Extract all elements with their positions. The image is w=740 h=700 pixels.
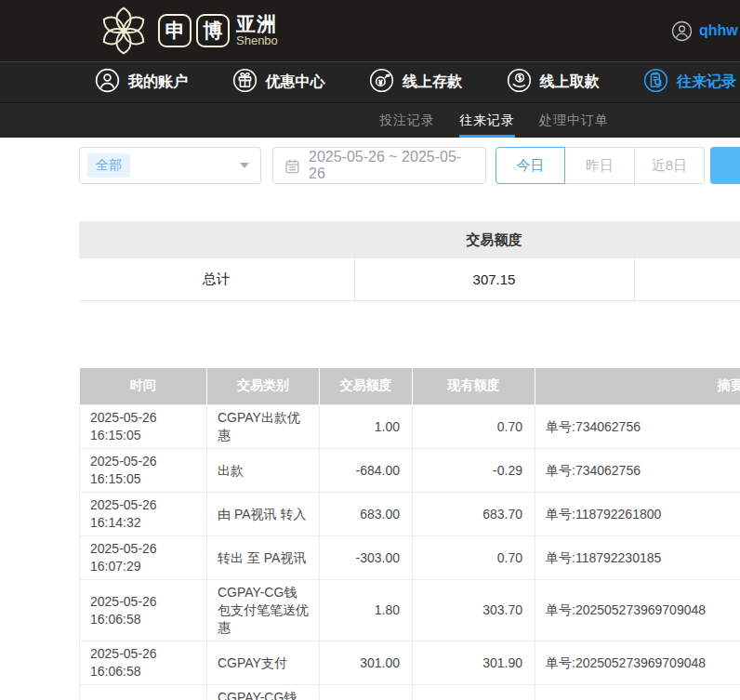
selected-type-chip: 全部	[87, 153, 130, 178]
cell-type: CGPAY-CG钱包支付笔笔送优惠	[207, 685, 320, 700]
cell-type: 出款	[207, 449, 320, 493]
logo-char-bo: 博	[196, 14, 230, 47]
cell-summary: 单号:202505273969598421	[535, 685, 740, 700]
cell-summary: 单号:202505273969709048	[535, 580, 740, 641]
deposit-hand-icon	[369, 68, 394, 97]
cell-type: 由 PA视讯 转入	[207, 493, 320, 536]
cell-time: 2025-05-26 16:06:58	[80, 641, 207, 685]
cell-amount: -303.00	[320, 536, 413, 580]
user-icon	[95, 68, 120, 97]
column-header: 摘要	[535, 368, 740, 405]
nav-item-transaction-records[interactable]: 往来记录	[643, 68, 736, 97]
summary-column-header: 交易额度	[354, 221, 634, 258]
tab-betting-records[interactable]: 投注记录	[379, 103, 435, 138]
nav-item-label: 线上存款	[403, 73, 462, 92]
nav-item-promotions[interactable]: 优惠中心	[232, 68, 325, 97]
range-button-yesterday[interactable]: 昨日	[565, 147, 635, 184]
cell-balance: 301.90	[413, 641, 535, 685]
logo-char-shen: 申	[158, 14, 192, 47]
nav-item-label: 线上取款	[540, 73, 600, 92]
table-row: 2025-05-26 16:07:29转出 至 PA视讯-303.000.70单…	[80, 536, 740, 580]
cell-time: 2025-05-26 16:14:32	[80, 493, 207, 536]
cell-type: CGPAY出款优惠	[207, 405, 320, 449]
cell-amount: 1.80	[320, 685, 413, 700]
cell-amount: 683.00	[320, 493, 413, 536]
cell-time: 2025-05-26 16:15:05	[80, 449, 207, 493]
cell-summary: 单号:202505273969709048	[535, 641, 740, 685]
cell-amount: 301.00	[320, 641, 413, 685]
summary-total-label: 总计	[79, 258, 354, 300]
flower-logo-icon	[97, 4, 151, 58]
table-row: 2025-05-26 13:06:32CGPAY-CG钱包支付笔笔送优惠1.80…	[80, 685, 740, 700]
brand-logo[interactable]: 申 博 亚洲 Shenbo	[97, 4, 278, 58]
cell-time: 2025-05-26 13:06:32	[80, 685, 207, 700]
cell-balance: 0.70	[413, 405, 535, 449]
cell-summary: 单号:734062756	[535, 405, 740, 449]
logo-region-text: 亚洲	[236, 14, 278, 34]
nav-item-online-withdrawal[interactable]: 线上取款	[507, 68, 600, 97]
user-avatar-icon	[671, 20, 693, 42]
range-button-today[interactable]: 今日	[496, 147, 565, 184]
gift-icon	[232, 68, 258, 97]
cell-type: CGPAY-CG钱包支付笔笔送优惠	[207, 580, 320, 641]
column-header: 时间	[80, 368, 207, 405]
cell-summary: 单号:118792261800	[535, 493, 740, 536]
summary-header-spacer	[634, 221, 740, 258]
tab-processing-orders[interactable]: 处理中订单	[539, 103, 609, 138]
column-header: 现有额度	[413, 368, 535, 405]
summary-empty-cell	[634, 258, 740, 300]
table-row: 2025-05-26 16:06:58CGPAY-CG钱包支付笔笔送优惠1.80…	[80, 580, 740, 641]
logo-subtitle-text: Shenbo	[236, 34, 278, 47]
summary-total-row: 总计 307.15	[79, 258, 740, 300]
summary-table: 交易额度 总计 307.15	[79, 221, 740, 301]
column-header: 交易类别	[207, 368, 320, 405]
records-header-row: 时间交易类别交易额度现有额度摘要	[80, 368, 740, 405]
withdraw-hand-icon	[507, 68, 532, 97]
nav-item-label: 优惠中心	[266, 73, 325, 92]
cell-summary: 单号:734062756	[535, 449, 740, 493]
nav-item-my-account[interactable]: 我的账户	[95, 68, 188, 97]
column-header: 交易额度	[320, 368, 413, 405]
quick-range-group: 今日昨日近8日	[496, 147, 705, 184]
summary-header-row: 交易额度	[79, 221, 740, 258]
cell-amount: 1.00	[320, 405, 413, 449]
table-row: 2025-05-26 16:15:05CGPAY出款优惠1.000.70单号:7…	[80, 405, 740, 449]
cell-balance: 307.90	[413, 685, 535, 700]
table-row: 2025-05-26 16:14:32由 PA视讯 转入683.00683.70…	[80, 493, 740, 536]
cell-balance: -0.29	[413, 449, 535, 493]
cell-amount: 1.80	[320, 580, 413, 641]
cell-type: 转出 至 PA视讯	[207, 536, 320, 580]
cell-summary: 单号:118792230185	[535, 536, 740, 580]
sub-nav: 投注记录往来记录处理中订单	[0, 102, 740, 138]
username-text: qhhw	[699, 22, 738, 39]
cell-type: CGPAY支付	[207, 641, 320, 685]
summary-header-spacer	[79, 221, 354, 258]
transaction-records-icon	[643, 68, 668, 97]
table-row: 2025-05-26 16:15:05出款-684.00-0.29单号:7340…	[80, 449, 740, 493]
calendar-icon	[284, 158, 300, 174]
table-row: 2025-05-26 16:06:58CGPAY支付301.00301.90单号…	[80, 641, 740, 685]
date-range-input[interactable]: 2025-05-26 ~ 2025-05-26	[272, 147, 486, 184]
page-root: 申 博 亚洲 Shenbo qhhw 我的账户优惠中心线上存款线上取款往来记录 …	[0, 0, 740, 700]
filter-row: 全部 2025-05-26 ~ 2025-05-26 今日昨日近8日	[79, 147, 740, 184]
top-header: 申 博 亚洲 Shenbo qhhw	[0, 0, 740, 61]
nav-item-label: 往来记录	[677, 73, 736, 92]
records-table: 时间交易类别交易额度现有额度摘要 2025-05-26 16:15:05CGPA…	[79, 368, 740, 700]
nav-item-label: 我的账户	[128, 73, 188, 92]
cell-time: 2025-05-26 16:06:58	[80, 580, 207, 641]
cell-time: 2025-05-26 16:15:05	[80, 405, 207, 449]
cell-balance: 303.70	[413, 580, 535, 641]
cell-amount: -684.00	[320, 449, 413, 493]
transaction-type-select[interactable]: 全部	[79, 147, 261, 184]
cell-time: 2025-05-26 16:07:29	[80, 536, 207, 580]
summary-total-value: 307.15	[354, 258, 634, 300]
chevron-down-icon	[240, 163, 249, 168]
account-menu[interactable]: qhhw	[671, 0, 738, 61]
range-button-last-8-days[interactable]: 近8日	[635, 147, 705, 184]
search-button[interactable]	[710, 147, 740, 184]
nav-item-online-deposit[interactable]: 线上存款	[369, 68, 462, 97]
tab-transaction-records[interactable]: 往来记录	[459, 103, 515, 138]
date-range-value: 2025-05-26 ~ 2025-05-26	[309, 149, 474, 182]
cell-balance: 683.70	[413, 493, 535, 536]
cell-balance: 0.70	[413, 536, 535, 580]
